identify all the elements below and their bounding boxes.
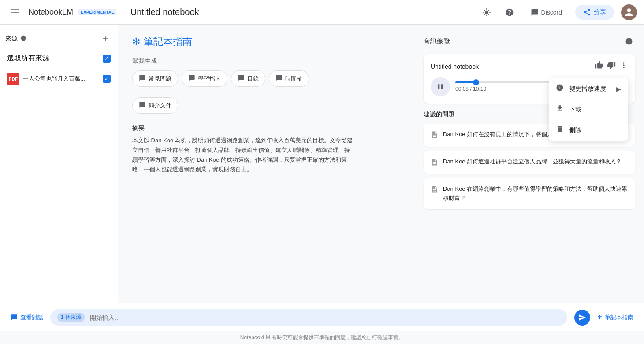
current-time: 00:08 <box>455 86 469 92</box>
sources-label: 來源 <box>5 35 18 43</box>
chip-timeline-label: 時間軸 <box>285 75 302 83</box>
chat-input-container: 1 個來源 <box>50 309 567 326</box>
suggestion-icon-0 <box>431 131 439 141</box>
source-item[interactable]: PDF 一人公司也能月入百萬... <box>5 69 112 89</box>
select-all-checkbox[interactable] <box>103 55 111 63</box>
audio-card: Untitled notebook <box>424 54 635 104</box>
chat-input[interactable] <box>90 314 560 321</box>
audio-more-button[interactable] <box>619 61 628 72</box>
audio-title-text: 音訊總覽 <box>424 37 450 46</box>
toc-icon <box>238 74 245 83</box>
chip-toc-label: 目錄 <box>247 75 259 83</box>
audio-progress-thumb <box>473 79 479 85</box>
source-label: 一人公司也能月入百萬... <box>23 75 99 83</box>
audio-progress-fill <box>455 81 476 83</box>
timeline-icon <box>275 74 283 83</box>
dropdown-speed-item[interactable]: 變更播放速度 ▶ <box>549 78 628 99</box>
faq-icon <box>139 74 146 83</box>
dropdown-menu: 變更播放速度 ▶ 下載 刪除 <box>549 78 628 141</box>
header-left: NotebookLM EXPERIMENTAL <box>7 4 116 20</box>
audio-card-title: Untitled notebook <box>431 63 479 70</box>
svg-rect-1 <box>11 12 19 13</box>
source-badge: 1 個來源 <box>57 313 85 322</box>
intro-icon <box>139 101 146 110</box>
chips-row: 常見問題 學習指南 目錄 時間軸 <box>132 70 401 87</box>
main-layout: 來源 選取所有來源 PDF 一人公司也能月入百萬... ✻ 筆記本指南 <box>0 25 644 303</box>
summary-text: 本文以 Dan Koe 為例，說明如何透過網路創業，達到年收入百萬美元的目標。文… <box>132 136 353 174</box>
logo-text: NotebookLM <box>28 7 73 17</box>
notebook-title[interactable]: Untitled notebook <box>130 7 479 17</box>
audio-section-title: 音訊總覽 <box>424 35 635 48</box>
download-label: 下載 <box>569 106 581 114</box>
dropdown-delete-item[interactable]: 刪除 <box>549 120 628 141</box>
svg-rect-0 <box>11 9 19 10</box>
suggestion-text-1: Dan Koe 如何透過社群平台建立個人品牌，並獲得大量的流量和收入？ <box>443 157 622 166</box>
select-all-row: 選取所有來源 <box>5 51 112 66</box>
share-label: 分享 <box>594 8 606 16</box>
header-right: Discord 分享 <box>479 4 637 20</box>
avatar[interactable] <box>621 4 637 20</box>
total-time: 10:10 <box>473 86 486 92</box>
download-icon <box>556 104 564 115</box>
help-button[interactable] <box>502 4 517 20</box>
add-source-button[interactable] <box>98 32 112 46</box>
guide-title: 筆記本指南 <box>144 35 192 48</box>
generate-label: 幫我生成 <box>132 57 401 65</box>
view-chat-label: 查看對話 <box>20 314 43 322</box>
audio-card-header: Untitled notebook <box>431 61 628 72</box>
bottom-bar: 查看對話 1 個來源 ✻ 筆記本指南 <box>0 303 644 331</box>
sidebar: 來源 選取所有來源 PDF 一人公司也能月入百萬... <box>0 25 118 303</box>
top-header: NotebookLM EXPERIMENTAL Untitled noteboo… <box>0 0 644 25</box>
suggestion-item-2[interactable]: Dan Koe 在網路創業中，有哪些值得學習的策略和方法，幫助個人快速累積財富？ <box>424 178 635 209</box>
thumbup-button[interactable] <box>595 61 603 72</box>
suggestion-text-2: Dan Koe 在網路創業中，有哪些值得學習的策略和方法，幫助個人快速累積財富？ <box>443 185 628 203</box>
logo-badge: EXPERIMENTAL <box>78 9 116 15</box>
guide-star-icon: ✻ <box>132 36 140 48</box>
thumbdown-button[interactable] <box>607 61 616 72</box>
study-icon <box>188 74 195 83</box>
chip-toc[interactable]: 目錄 <box>231 70 265 87</box>
send-button[interactable] <box>574 310 590 326</box>
chip-faq[interactable]: 常見問題 <box>132 70 178 87</box>
footer-note: NotebookLM 有時仍可能會提供不準確的回應，建議您自行確認事實。 <box>0 331 644 344</box>
suggestion-icon-2 <box>431 185 439 195</box>
audio-card-actions <box>595 61 628 72</box>
content-area: ✻ 筆記本指南 幫我生成 常見問題 學習指南 目錄 <box>118 25 415 303</box>
audio-info-button[interactable] <box>623 35 635 48</box>
speed-arrow-icon: ▶ <box>616 85 621 92</box>
speed-label: 變更播放速度 <box>569 85 606 93</box>
svg-rect-2 <box>11 15 19 15</box>
chip-timeline[interactable]: 時間軸 <box>269 70 309 87</box>
chip-intro[interactable]: 簡介文件 <box>132 97 178 114</box>
shield-icon <box>20 35 26 43</box>
suggestion-item-1[interactable]: Dan Koe 如何透過社群平台建立個人品牌，並獲得大量的流量和收入？ <box>424 151 635 174</box>
suggestion-icon-1 <box>431 158 439 168</box>
chip-faq-label: 常見問題 <box>149 75 171 83</box>
delete-label: 刪除 <box>569 126 581 134</box>
guide-section-title: ✻ 筆記本指南 <box>132 35 401 48</box>
chip-intro-label: 簡介文件 <box>149 102 171 110</box>
view-chat-button[interactable]: 查看對話 <box>11 314 43 322</box>
sidebar-title: 來源 <box>5 35 26 43</box>
delete-icon <box>556 125 564 135</box>
right-panel: 音訊總覽 Untitled notebook <box>415 25 644 303</box>
chips-row-2: 簡介文件 <box>132 97 401 114</box>
sidebar-header: 來源 <box>5 32 112 46</box>
summary-label: 摘要 <box>132 124 401 132</box>
chip-study-label: 學習指南 <box>198 75 221 83</box>
select-all-label: 選取所有來源 <box>7 54 49 63</box>
discord-button[interactable]: Discord <box>525 5 568 20</box>
share-button[interactable]: 分享 <box>575 5 614 20</box>
notebook-guide-star: ✻ <box>597 314 602 321</box>
discord-label: Discord <box>541 9 562 16</box>
speed-icon <box>556 84 564 94</box>
source-checkbox[interactable] <box>103 75 111 83</box>
theme-toggle-button[interactable] <box>479 4 495 20</box>
dropdown-download-item[interactable]: 下載 <box>549 99 628 120</box>
notebook-guide-button[interactable]: ✻ 筆記本指南 <box>597 314 633 322</box>
pause-button[interactable] <box>431 77 450 96</box>
chip-study[interactable]: 學習指南 <box>182 70 227 87</box>
menu-button[interactable] <box>7 4 23 20</box>
source-pdf-icon: PDF <box>7 73 19 85</box>
notebook-guide-label: 筆記本指南 <box>605 314 633 322</box>
